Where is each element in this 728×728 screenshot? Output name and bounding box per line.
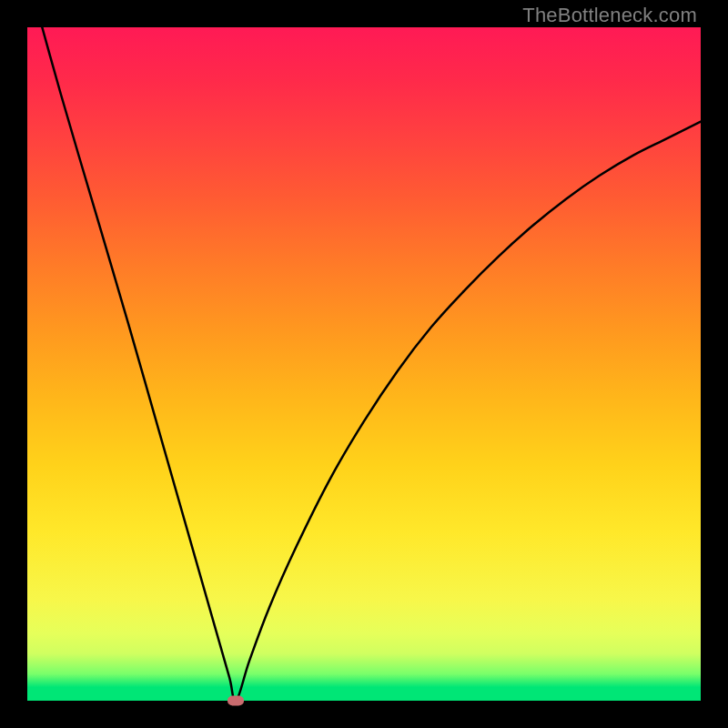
chart-frame: TheBottleneck.com [0, 0, 728, 728]
watermark-text: TheBottleneck.com [522, 4, 697, 27]
optimal-point-marker [228, 696, 244, 706]
bottleneck-curve [27, 27, 701, 701]
